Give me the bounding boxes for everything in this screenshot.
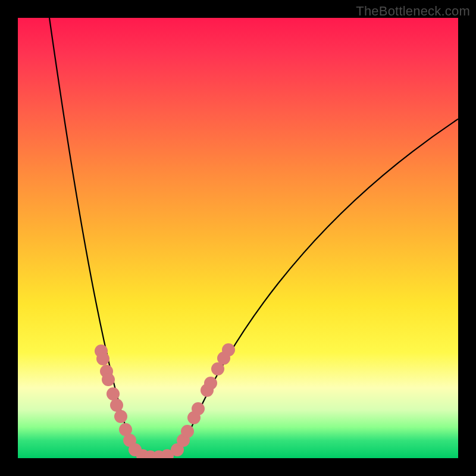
right-curve [164,119,458,458]
bead-point [110,399,123,412]
bead-group [95,343,235,458]
bead-point [107,387,120,400]
chart-svg [18,18,458,458]
left-curve [49,18,146,458]
bead-point [222,343,235,356]
chart-plot-area [18,18,458,458]
bead-point [96,352,109,365]
bead-point [114,410,127,423]
bead-point [204,377,217,390]
bead-point [192,402,205,415]
watermark-text: TheBottleneck.com [356,4,470,19]
bead-point [181,425,194,438]
bead-point [102,373,115,386]
